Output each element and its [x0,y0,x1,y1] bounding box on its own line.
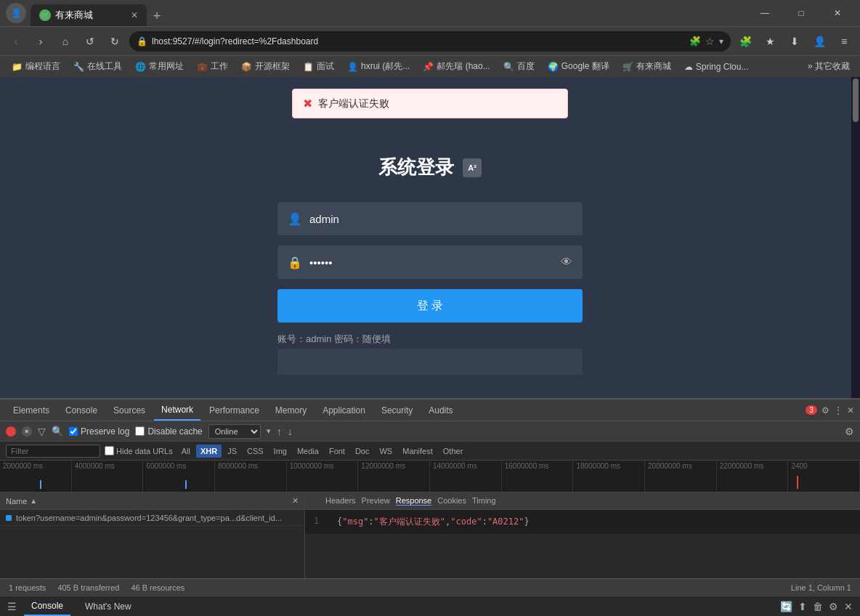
username-input[interactable] [309,213,572,225]
devtools-tab-performance[interactable]: Performance [202,400,267,421]
type-css-btn[interactable]: CSS [243,445,268,458]
maximize-button[interactable]: □ [784,1,818,25]
password-toggle-icon[interactable]: 👁 [561,256,572,269]
bookmark-interview[interactable]: 📋 面试 [297,59,340,75]
bookmark-springcloud[interactable]: ☁ Spring Clou... [678,59,755,75]
home-button[interactable]: ⌂ [55,31,76,52]
devtools-tab-security[interactable]: Security [374,400,420,421]
forward-button[interactable]: › [31,31,51,52]
import-har-icon[interactable]: ↑ [277,426,282,437]
devtools-settings-icon[interactable]: ⚙ [822,405,829,416]
bookmark-baidu[interactable]: 🔍 百度 [498,59,540,75]
type-other-btn[interactable]: Other [439,445,468,458]
network-toolbar: ■ ▽ 🔍 Preserve log Disable cache Online … [0,421,860,442]
type-all-btn[interactable]: All [177,445,195,458]
refresh-button[interactable]: ↻ [105,31,125,52]
name-column-header[interactable]: Name ▲ [6,497,292,506]
bookmarks-more-btn[interactable]: » 其它收藏 [803,60,854,73]
devtools-tab-application[interactable]: Application [315,400,373,421]
page-scroll-thumb[interactable] [853,78,859,122]
login-button[interactable]: 登 录 [277,289,583,323]
minimize-button[interactable]: — [748,1,782,25]
console-icon-5[interactable]: ✕ [844,601,853,612]
console-icon-3[interactable]: 🗑 [813,601,823,612]
stop-recording-button[interactable]: ■ [22,426,32,437]
record-button[interactable] [6,426,16,437]
menu-btn[interactable]: ≡ [834,31,854,52]
bookmark-hxrui[interactable]: 👤 hxrui (郝先... [341,59,415,75]
address-bar[interactable]: 🔒 lhost:9527/#/login?redirect=%2Fdashboa… [129,31,731,52]
disable-cache-input[interactable] [135,426,145,436]
filter-icon[interactable]: ▽ [38,426,46,437]
bookmark-common-sites[interactable]: 🌐 常用网址 [129,59,190,75]
col-tab-response[interactable]: Response [396,496,432,506]
disable-cache-checkbox[interactable]: Disable cache [135,426,202,437]
type-ws-btn[interactable]: WS [375,445,397,458]
bookmark-star-icon[interactable]: ☆ [705,36,715,47]
col-tab-headers[interactable]: Headers [325,496,356,506]
bookmark-youlaishangcheng[interactable]: 🛒 有来商城 [617,59,677,75]
reload-button[interactable]: ↺ [80,31,100,52]
close-request-icon[interactable]: ✕ [292,496,299,506]
preserve-log-checkbox[interactable]: Preserve log [69,426,129,437]
bookmark-label: 百度 [517,60,535,73]
throttle-select[interactable]: Online Fast 3G Slow 3G Offline [208,424,261,439]
preserve-log-input[interactable] [69,427,78,436]
filter-input[interactable] [6,445,100,458]
type-media-btn[interactable]: Media [293,445,323,458]
console-icon-1[interactable]: 🔄 [780,601,792,612]
devtools-tab-sources[interactable]: Sources [106,400,153,421]
console-sidebar-icon[interactable]: ☰ [7,601,17,612]
network-settings-icon[interactable]: ⚙ [845,426,854,437]
profile-btn[interactable]: 👤 [809,31,829,52]
col-tab-timing[interactable]: Timing [472,496,496,506]
active-tab[interactable]: 🛒 有来商城 ✕ [31,4,147,26]
response-panel: Headers Preview Response Cookies Timing … [305,493,860,578]
type-font-btn[interactable]: Font [325,445,349,458]
devtools-more-icon[interactable]: ⋮ [834,405,843,416]
devtools-tab-audits[interactable]: Audits [421,400,460,421]
type-xhr-btn[interactable]: XHR [196,445,222,458]
star-btn[interactable]: ★ [760,31,780,52]
password-input[interactable] [309,256,553,269]
col-tab-preview[interactable]: Preview [362,496,390,506]
search-network-icon[interactable]: 🔍 [52,426,63,437]
bookmark-opensource[interactable]: 📦 开源框架 [235,59,296,75]
console-icon-2[interactable]: ⬆ [798,601,807,612]
devtools-tab-elements[interactable]: Elements [6,400,57,421]
col-tab-cookies[interactable]: Cookies [437,496,466,506]
throttle-dropdown-icon[interactable]: ▾ [267,426,271,436]
col-tabs-header: Headers Preview Response Cookies Timing [305,493,860,510]
tab-close-btn[interactable]: ✕ [131,10,138,20]
login-title-area: 系统登录 A² [378,155,482,180]
bookmark-google-translate[interactable]: 🌍 Google 翻译 [542,59,615,75]
download-btn[interactable]: ⬇ [784,31,805,52]
type-manifest-btn[interactable]: Manifest [398,445,437,458]
sort-icon[interactable]: ▲ [30,497,37,505]
type-img-btn[interactable]: Img [269,445,291,458]
translate-button[interactable]: A² [463,158,482,177]
dropdown-arrow-icon[interactable]: ▾ [719,36,723,46]
bookmark-bianchengyuyan[interactable]: 📁 编程语言 [6,59,66,75]
bookmark-onlinetool[interactable]: 🔧 在线工具 [68,59,128,75]
console-tab-console[interactable]: Console [24,597,70,616]
type-js-btn[interactable]: JS [223,445,241,458]
devtools-tab-network[interactable]: Network [154,400,200,421]
export-har-icon[interactable]: ↓ [288,426,293,437]
bookmark-haoxianrui[interactable]: 📌 郝先瑞 (hao... [417,59,495,75]
hide-data-urls-input[interactable] [105,446,114,455]
console-tab-whatsnew[interactable]: What's New [78,597,139,616]
devtools-close-icon[interactable]: ✕ [847,405,854,416]
new-tab-button[interactable]: + [147,6,167,26]
extensions-icon: 🧩 [689,36,701,46]
hide-data-urls-checkbox[interactable]: Hide data URLs [105,446,173,455]
extensions-btn[interactable]: 🧩 [735,31,755,52]
console-icon-4[interactable]: ⚙ [829,601,838,612]
close-button[interactable]: ✕ [821,1,854,25]
table-row[interactable]: token?username=admin&password=123456&gra… [0,510,304,526]
back-button[interactable]: ‹ [6,31,26,52]
type-doc-btn[interactable]: Doc [351,445,374,458]
devtools-tab-memory[interactable]: Memory [268,400,314,421]
devtools-tab-console[interactable]: Console [58,400,105,421]
bookmark-work[interactable]: 💼 工作 [191,59,234,75]
